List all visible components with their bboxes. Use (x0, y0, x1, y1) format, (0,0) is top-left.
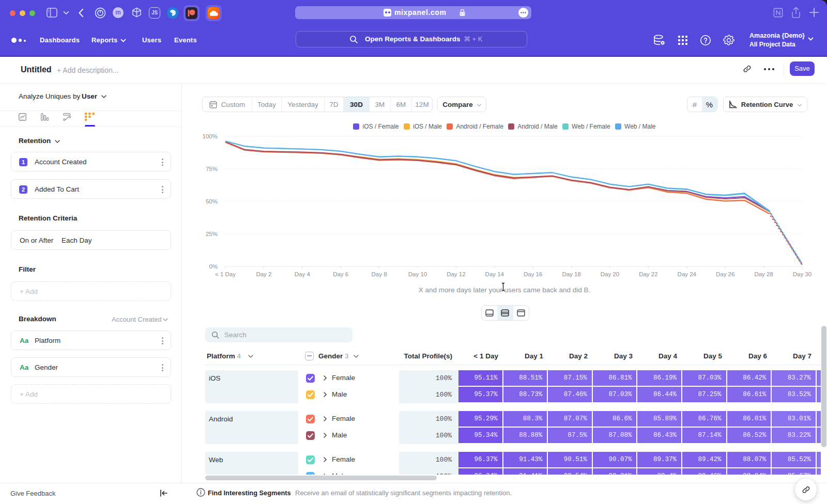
svg-text:Day 20: Day 20 (601, 271, 619, 277)
svg-text:Day 24: Day 24 (678, 271, 697, 277)
svg-text:Day 16: Day 16 (524, 271, 542, 277)
svg-text:Day 28: Day 28 (754, 271, 773, 277)
svg-text:< 1 Day: < 1 Day (215, 271, 236, 277)
svg-text:Day 14: Day 14 (485, 271, 504, 277)
svg-text:Day 30: Day 30 (793, 271, 811, 277)
svg-text:Day 2: Day 2 (256, 271, 271, 277)
svg-text:Day 12: Day 12 (447, 271, 465, 277)
svg-text:Day 10: Day 10 (408, 271, 427, 277)
svg-text:Day 8: Day 8 (372, 271, 387, 277)
svg-text:100%: 100% (203, 133, 218, 139)
svg-text:Day 22: Day 22 (639, 271, 657, 277)
svg-text:Day 4: Day 4 (295, 271, 311, 277)
svg-text:Day 6: Day 6 (333, 271, 348, 277)
svg-text:50%: 50% (206, 198, 218, 204)
svg-text:Day 26: Day 26 (716, 271, 734, 277)
svg-text:0%: 0% (209, 263, 218, 270)
svg-text:Day 18: Day 18 (562, 271, 580, 277)
svg-text:75%: 75% (206, 166, 218, 172)
svg-text:25%: 25% (206, 231, 218, 237)
